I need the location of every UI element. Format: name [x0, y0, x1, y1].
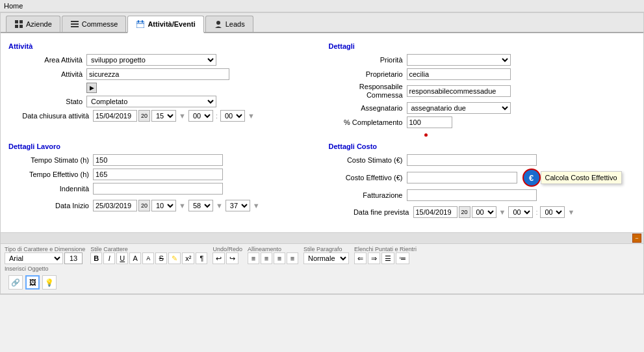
- insert-emoji-btn[interactable]: 💡: [42, 275, 57, 290]
- list-indent-right-btn[interactable]: ⇒: [368, 252, 380, 264]
- tempo-stimato-row: Tempo Stimato (h): [8, 154, 316, 166]
- toolbar-row-1: Tipo di Carattere e Dimensione Arial Sti…: [5, 246, 639, 264]
- lavoro-title: Dettagli Lavoro: [8, 142, 316, 150]
- priorita-select[interactable]: [407, 54, 511, 66]
- data-fine-min[interactable]: 00: [508, 206, 533, 218]
- attivita-name-label: Attività: [8, 70, 86, 78]
- editor-collapse-bar: −: [1, 233, 643, 244]
- proprietario-input[interactable]: [407, 68, 511, 80]
- tab-leads-label: Leads: [225, 20, 245, 28]
- data-inizio-min[interactable]: 58: [188, 200, 213, 211]
- data-chiusura-min[interactable]: 00: [188, 110, 213, 122]
- indennita-label: Indennità: [8, 185, 93, 193]
- data-fine-sec[interactable]: 00: [540, 206, 565, 218]
- attivita-name-input[interactable]: [86, 68, 229, 80]
- list-group: Elenchi Puntati e Rientri ⇐ ⇒ ☰ ≔: [354, 246, 417, 264]
- data-inizio-cal-btn[interactable]: 20: [138, 200, 150, 211]
- svg-rect-1: [19, 20, 23, 23]
- arrow-row: ▶: [8, 83, 316, 93]
- list-indent-left-btn[interactable]: ⇐: [354, 252, 367, 264]
- indennita-input[interactable]: [93, 183, 223, 195]
- toolbar: Tipo di Carattere e Dimensione Arial Sti…: [1, 244, 643, 294]
- align-justify-btn[interactable]: ≡: [287, 252, 298, 264]
- svg-rect-3: [19, 25, 23, 28]
- insert-label: Inserisci Oggetto: [5, 265, 49, 272]
- tab-commesse[interactable]: Commesse: [62, 16, 127, 32]
- insert-row: 🔗 🖼 💡: [5, 273, 639, 291]
- data-chiusura-row: Data chiusura attività 20 15 ▼ 00 :: [8, 110, 316, 122]
- svg-rect-9: [142, 20, 143, 23]
- bullet-list-btn[interactable]: ☰: [381, 252, 394, 264]
- font-family-select[interactable]: Arial: [5, 252, 63, 264]
- responsabile-input[interactable]: [407, 85, 511, 97]
- data-inizio-label: Data Inizio: [8, 202, 93, 210]
- redo-btn[interactable]: ↪: [226, 252, 238, 264]
- svg-rect-7: [136, 21, 144, 28]
- costo-stimato-input[interactable]: [407, 154, 537, 166]
- align-right-btn[interactable]: ≡: [274, 252, 285, 264]
- data-chiusura-sec[interactable]: 00: [220, 110, 245, 122]
- data-inizio-hour[interactable]: 10: [151, 200, 176, 211]
- strikethrough-btn[interactable]: S: [155, 252, 167, 264]
- font-size-down-btn[interactable]: A: [142, 252, 154, 264]
- underline-btn[interactable]: U: [116, 252, 128, 264]
- tempo-effettivo-label: Tempo Effettivo (h): [8, 170, 93, 178]
- pilcrow-btn[interactable]: ¶: [196, 252, 207, 264]
- completamento-input[interactable]: [407, 116, 452, 128]
- data-chiusura-cal-btn[interactable]: 20: [138, 110, 150, 122]
- completamento-label: % Completamento: [329, 118, 407, 126]
- data-fine-input[interactable]: [413, 206, 457, 218]
- tempo-stimato-input[interactable]: [93, 154, 223, 166]
- completamento-row: % Completamento: [329, 116, 636, 128]
- align-left-btn[interactable]: ≡: [248, 252, 259, 264]
- data-inizio-sec[interactable]: 37: [225, 200, 250, 211]
- stato-label: Stato: [8, 98, 86, 105]
- numbered-list-btn[interactable]: ≔: [396, 252, 409, 264]
- para-style-select[interactable]: Normale: [303, 252, 349, 264]
- indennita-row: Indennità: [8, 183, 316, 195]
- assegnatario-select[interactable]: assegnatario due: [407, 102, 511, 114]
- euro-btn-container: € Calcola Costo Effettivo: [520, 169, 541, 187]
- costo-stimato-label: Costo Stimato (€): [329, 156, 407, 164]
- insert-image-btn[interactable]: 🖼: [25, 275, 40, 290]
- calcola-costo-tooltip: Calcola Costo Effettivo: [541, 171, 622, 184]
- data-fine-cal-btn[interactable]: 20: [459, 206, 470, 218]
- sep-fs: ▼: [567, 208, 574, 216]
- list-buttons: ⇐ ⇒ ☰ ≔: [354, 252, 417, 264]
- align-center-btn[interactable]: ≡: [261, 252, 272, 264]
- font-size-up-btn[interactable]: A: [129, 252, 141, 264]
- arrow-button[interactable]: ▶: [86, 83, 97, 93]
- data-chiusura-input[interactable]: [93, 110, 137, 122]
- tab-aziende[interactable]: Aziende: [6, 16, 60, 32]
- proprietario-label: Proprietario: [329, 70, 407, 78]
- para-label: Stile Paragrafo: [303, 246, 349, 252]
- data-inizio-input[interactable]: [93, 200, 137, 211]
- tab-attivita[interactable]: Attività/Eventi: [127, 16, 203, 33]
- costo-effettivo-row: Costo Effettivo (€) € Calcola Costo Effe…: [329, 169, 636, 187]
- lavoro-section: Dettagli Lavoro Tempo Stimato (h) Tempo …: [8, 140, 316, 221]
- time-sep1: ▼: [179, 112, 186, 120]
- costo-effettivo-input[interactable]: [407, 172, 517, 183]
- fatturazione-input[interactable]: [407, 189, 537, 201]
- data-chiusura-hour[interactable]: 15: [151, 110, 176, 122]
- time-sep2: :: [216, 112, 218, 120]
- italic-btn[interactable]: I: [103, 252, 115, 264]
- responsabile-row: Responsabile Commessa: [329, 83, 636, 100]
- spacer-row: [8, 131, 636, 137]
- insert-link-btn[interactable]: 🔗: [8, 275, 23, 290]
- tab-leads[interactable]: Leads: [205, 16, 253, 32]
- tempo-effettivo-input[interactable]: [93, 169, 223, 180]
- data-fine-hour[interactable]: 00: [472, 206, 496, 218]
- collapse-btn[interactable]: −: [632, 234, 641, 243]
- highlight-btn[interactable]: ✎: [168, 252, 181, 264]
- data-fine-row: Data fine prevista 20 00 ▼ 00 : 00 ▼: [329, 206, 636, 218]
- stato-select[interactable]: Completato: [86, 96, 216, 107]
- superscript-btn[interactable]: x²: [182, 252, 194, 264]
- undo-btn[interactable]: ↩: [213, 252, 225, 264]
- bold-btn[interactable]: B: [90, 252, 102, 264]
- area-attivita-select[interactable]: sviluppo progetto: [86, 54, 216, 66]
- font-size-input[interactable]: [64, 252, 83, 264]
- calcola-costo-btn[interactable]: €: [522, 169, 541, 187]
- sep-fm: :: [535, 208, 537, 216]
- attivita-title: Attività: [8, 42, 316, 50]
